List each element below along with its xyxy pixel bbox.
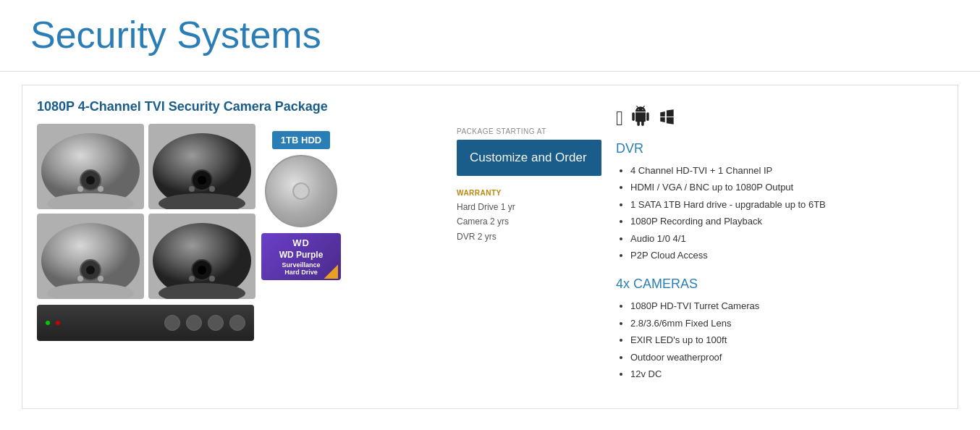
- dvr-spec-4: 1080P Recording and Playback: [630, 213, 943, 229]
- product-right:  DVR 4 Channel HD-TVI + 1 Channel IP HD…: [616, 98, 943, 395]
- dvr-led-green: [46, 321, 50, 325]
- svg-point-9: [198, 176, 206, 185]
- cam-spec-3: EXIR LED's up to 100ft: [630, 332, 943, 348]
- cam-spec-5: 12v DC: [630, 366, 943, 382]
- product-title: 1080P 4-Channel TVI Security Camera Pack…: [37, 98, 442, 115]
- svg-point-3: [86, 176, 95, 185]
- svg-point-15: [86, 266, 95, 274]
- wd-corner-accent: [324, 264, 338, 279]
- warranty-line-1: Hard Drive 1 yr: [457, 202, 515, 212]
- android-icon: [630, 106, 651, 131]
- hdd-disk-image: [265, 155, 337, 227]
- cam-spec-4: Outdoor weatherproof: [630, 349, 943, 366]
- page-title: Security Systems: [0, 0, 980, 72]
- platform-icons: : [616, 106, 943, 131]
- dvr-spec-1: 4 Channel HD-TVI + 1 Channel IP: [630, 162, 943, 179]
- wd-purple-box: WD WD Purple SurveillanceHard Drive: [261, 233, 341, 280]
- warranty-title: WARRANTY: [457, 189, 601, 197]
- dvr-button-2: [186, 315, 202, 331]
- cam-spec-2: 2.8/3.6/6mm Fixed Lens: [630, 315, 943, 332]
- dvr-spec-3: 1 SATA 1TB Hard drive - upgradable up to…: [630, 196, 943, 213]
- camera-image-3: [37, 214, 144, 299]
- dvr-unit-image: [37, 305, 254, 341]
- warranty-line-3: DVR 2 yrs: [457, 232, 497, 242]
- dvr-button-3: [208, 315, 224, 331]
- dvr-spec-2: HDMI / VGA / BNC up to 1080P Output: [630, 179, 943, 195]
- wd-purple-label: WD Purple: [279, 250, 324, 260]
- dvr-button-4: [229, 315, 245, 331]
- svg-point-16: [77, 276, 83, 282]
- apple-icon: : [616, 107, 623, 130]
- svg-point-10: [189, 186, 195, 192]
- svg-point-23: [209, 276, 215, 282]
- product-left: 1080P 4-Channel TVI Security Camera Pack…: [37, 98, 442, 341]
- warranty-section: WARRANTY Hard Drive 1 yr Camera 2 yrs DV…: [457, 189, 601, 244]
- dvr-led-red: [56, 321, 60, 325]
- cameras-specs-list: 1080P HD-TVI Turret Cameras 2.8/3.6/6mm …: [616, 298, 943, 382]
- svg-point-4: [77, 186, 83, 192]
- product-middle: package starting at Customize and Order …: [457, 98, 601, 244]
- package-starting-label: package starting at: [457, 127, 601, 135]
- camera-image-1: [37, 124, 144, 209]
- dvr-specs-list: 4 Channel HD-TVI + 1 Channel IP HDMI / V…: [616, 162, 943, 264]
- hdd-badge: 1TB HDD: [272, 131, 330, 149]
- dvr-button-1: [164, 315, 180, 331]
- warranty-line-2: Camera 2 yrs: [457, 216, 509, 227]
- svg-point-21: [198, 266, 206, 274]
- product-card: 1080P 4-Channel TVI Security Camera Pack…: [22, 85, 958, 409]
- wd-surveillance-label: SurveillanceHard Drive: [282, 261, 320, 277]
- warranty-text: Hard Drive 1 yr Camera 2 yrs DVR 2 yrs: [457, 200, 601, 244]
- dvr-spec-5: Audio 1/0 4/1: [630, 230, 943, 247]
- customize-order-button[interactable]: Customize and Order: [457, 140, 601, 176]
- cameras-section-title: 4x CAMERAS: [616, 277, 943, 292]
- dvr-spec-6: P2P Cloud Access: [630, 247, 943, 264]
- hdd-group: 1TB HDD WD WD Purple SurveillanceHard Dr…: [254, 124, 348, 280]
- dvr-section-title: DVR: [616, 141, 943, 156]
- svg-point-11: [209, 186, 215, 192]
- wd-logo: WD: [292, 237, 310, 248]
- product-images: 1TB HDD WD WD Purple SurveillanceHard Dr…: [37, 124, 442, 341]
- camera-image-2: [148, 124, 255, 209]
- svg-point-17: [98, 276, 104, 282]
- camera-image-4: [148, 214, 255, 299]
- windows-icon: [658, 107, 677, 130]
- svg-point-22: [189, 276, 195, 282]
- cam-spec-1: 1080P HD-TVI Turret Cameras: [630, 298, 943, 314]
- svg-point-5: [98, 186, 104, 192]
